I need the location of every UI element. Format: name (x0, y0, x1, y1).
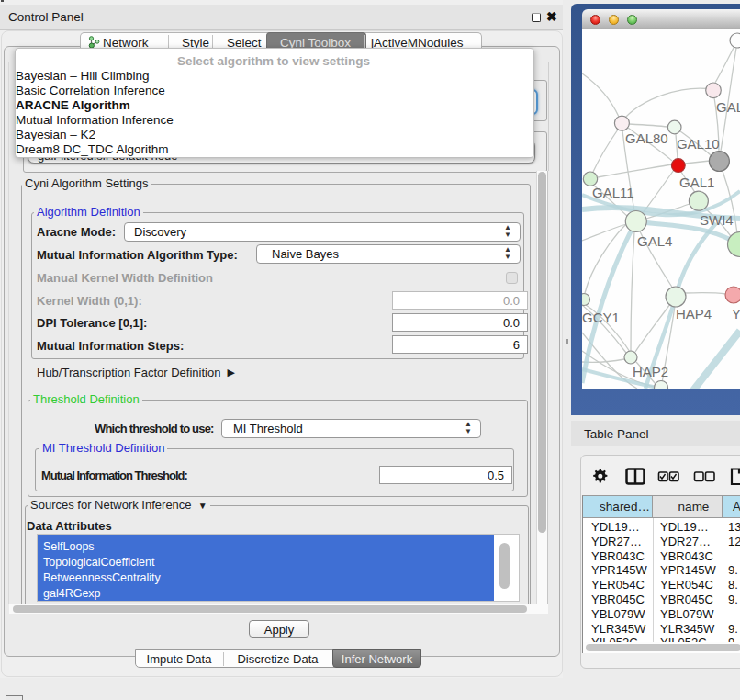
svg-text:GCY1: GCY1 (582, 310, 620, 325)
svg-text:GAL11: GAL11 (592, 185, 634, 200)
svg-text:HAP2: HAP2 (633, 364, 668, 379)
svg-text:GAL80: GAL80 (625, 130, 668, 146)
svg-text:YD: YD (732, 306, 740, 322)
svg-text:GAL4: GAL4 (637, 233, 672, 249)
svg-text:GAL10: GAL10 (677, 136, 720, 152)
svg-text:HAP4: HAP4 (676, 306, 712, 322)
svg-text:GAL7: GAL7 (716, 99, 740, 115)
svg-text:SWI4: SWI4 (700, 212, 734, 228)
svg-text:GAL1: GAL1 (679, 175, 714, 190)
